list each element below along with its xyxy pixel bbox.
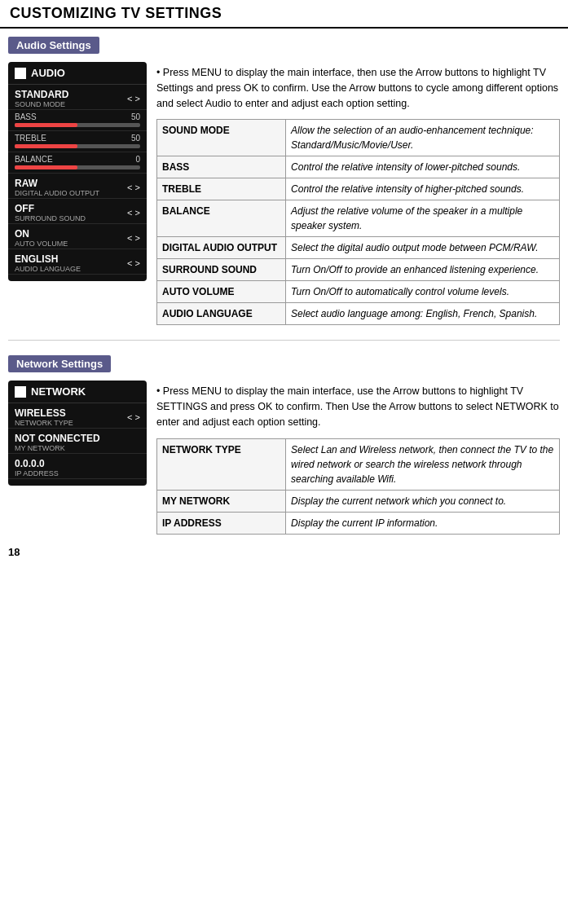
audio-table-row: SURROUND SOUNDTurn On/Off to provide an … — [157, 259, 560, 281]
audio-settings-table: SOUND MODEAllow the selection of an audi… — [156, 119, 560, 325]
page-header: CUSTOMIZING TV SETTINGS — [0, 0, 568, 29]
audio-row-standard[interactable]: STANDARD SOUND MODE < > — [8, 85, 147, 110]
audio-table-key: BASS — [157, 156, 286, 178]
audio-section-label: Audio Settings — [0, 29, 568, 62]
bass-fill — [15, 123, 77, 127]
balance-label: BALANCE — [15, 155, 53, 164]
audio-table-value: Select audio language among: English, Fr… — [286, 303, 560, 325]
audio-table-row: TREBLEControl the relative intensity of … — [157, 178, 560, 200]
audio-table-row: AUTO VOLUMETurn On/Off to automatically … — [157, 281, 560, 303]
audio-table-value: Adjust the relative volume of the speake… — [286, 200, 560, 237]
audio-table-value: Turn On/Off to automatically control vol… — [286, 281, 560, 303]
balance-track[interactable] — [15, 165, 140, 169]
network-desc-col: • Press MENU to display the main interfa… — [156, 381, 560, 534]
audio-panel-header: AUDIO — [8, 62, 147, 85]
audio-bullet-text: • Press MENU to display the main interfa… — [156, 65, 560, 111]
audio-table-row: BASSControl the relative intensity of lo… — [157, 156, 560, 178]
network-table-row: MY NETWORKDisplay the current network wh… — [157, 490, 560, 512]
audio-row-off[interactable]: OFF SURROUND SOUND < > — [8, 199, 147, 224]
audio-table-row: AUDIO LANGUAGESelect audio language amon… — [157, 303, 560, 325]
network-section-label: Network Settings — [0, 347, 568, 381]
treble-value: 50 — [131, 134, 140, 143]
audio-table-value: Control the relative intensity of lower-… — [286, 156, 560, 178]
audio-bass-slider-row: BASS 50 — [8, 110, 147, 131]
network-row-ip: 0.0.0.0 IP ADDRESS — [8, 454, 147, 479]
network-table-key: IP ADDRESS — [157, 512, 286, 534]
bass-track[interactable] — [15, 123, 140, 127]
audio-desc-col: • Press MENU to display the main interfa… — [156, 62, 560, 325]
audio-table-value: Allow the selection of an audio-enhancem… — [286, 120, 560, 156]
audio-table-key: BALANCE — [157, 200, 286, 237]
balance-value: 0 — [135, 155, 140, 164]
audio-tv-panel: AUDIO STANDARD SOUND MODE < > BASS 50 TR… — [8, 62, 147, 281]
audio-table-row: BALANCEAdjust the relative volume of the… — [157, 200, 560, 237]
network-section-content: NETWORK WIRELESS NETWORK TYPE < > NOT CO… — [0, 381, 568, 542]
audio-table-value: Select the digital audio output mode bet… — [286, 237, 560, 259]
treble-track[interactable] — [15, 144, 140, 148]
audio-section-content: AUDIO STANDARD SOUND MODE < > BASS 50 TR… — [0, 62, 568, 333]
network-table-key: MY NETWORK — [157, 490, 286, 512]
page-title: CUSTOMIZING TV SETTINGS — [10, 5, 222, 22]
audio-treble-slider-row: TREBLE 50 — [8, 131, 147, 152]
network-row-wireless[interactable]: WIRELESS NETWORK TYPE < > — [8, 403, 147, 429]
page-number: 18 — [0, 543, 568, 561]
bass-label: BASS — [15, 112, 37, 121]
audio-table-key: TREBLE — [157, 178, 286, 200]
treble-label: TREBLE — [15, 134, 46, 143]
audio-checkbox-icon — [15, 68, 26, 79]
audio-table-key: SOUND MODE — [157, 120, 286, 156]
audio-table-value: Turn On/Off to provide an enhanced liste… — [286, 259, 560, 281]
network-table-value: Display the current network which you co… — [286, 490, 560, 512]
audio-table-key: SURROUND SOUND — [157, 259, 286, 281]
network-panel-header: NETWORK — [8, 381, 147, 403]
treble-fill — [15, 144, 77, 148]
network-table-row: IP ADDRESSDisplay the current IP informa… — [157, 512, 560, 534]
audio-table-key: AUDIO LANGUAGE — [157, 303, 286, 325]
network-settings-table: NETWORK TYPESelect Lan and Wireless netw… — [156, 438, 560, 535]
network-table-value: Select Lan and Wireless network, then co… — [286, 438, 560, 490]
bass-value: 50 — [131, 112, 140, 121]
audio-table-key: DIGITAL AUDIO OUTPUT — [157, 237, 286, 259]
network-row-not-connected: NOT CONNECTED MY NETWORK — [8, 429, 147, 454]
network-tv-panel: NETWORK WIRELESS NETWORK TYPE < > NOT CO… — [8, 381, 147, 486]
section-divider — [8, 340, 560, 341]
audio-balance-slider-row: BALANCE 0 — [8, 152, 147, 174]
audio-row-english[interactable]: ENGLISH AUDIO LANGUAGE < > — [8, 249, 147, 275]
audio-table-key: AUTO VOLUME — [157, 281, 286, 303]
network-panel-title: NETWORK — [31, 385, 86, 398]
network-table-key: NETWORK TYPE — [157, 438, 286, 490]
network-table-value: Display the current IP information. — [286, 512, 560, 534]
network-table-row: NETWORK TYPESelect Lan and Wireless netw… — [157, 438, 560, 490]
balance-fill — [15, 165, 77, 169]
audio-table-value: Control the relative intensity of higher… — [286, 178, 560, 200]
audio-row-raw[interactable]: RAW DIGITAL AUDIO OUTPUT < > — [8, 174, 147, 199]
network-bullet-paragraph: • Press MENU to display the main interfa… — [156, 384, 560, 429]
audio-table-row: DIGITAL AUDIO OUTPUTSelect the digital a… — [157, 237, 560, 259]
audio-row-on[interactable]: ON AUTO VOLUME < > — [8, 224, 147, 249]
audio-panel-title: AUDIO — [31, 67, 65, 79]
audio-bullet-paragraph: • Press MENU to display the main interfa… — [156, 65, 560, 111]
network-checkbox-icon — [15, 386, 26, 398]
network-bullet-text: • Press MENU to display the main interfa… — [156, 384, 560, 429]
audio-table-row: SOUND MODEAllow the selection of an audi… — [157, 120, 560, 156]
